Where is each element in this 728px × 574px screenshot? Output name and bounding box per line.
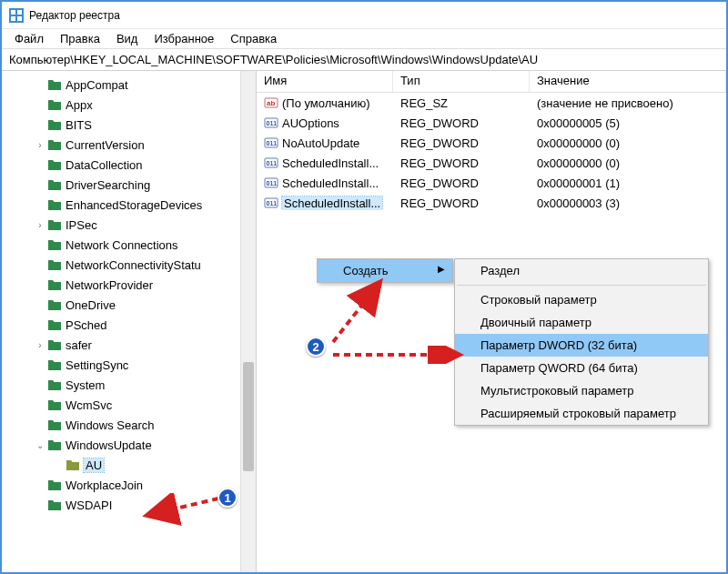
annotation-arrow-2a <box>328 275 400 347</box>
ctx-new-dword[interactable]: Параметр DWORD (32 бита) <box>455 334 708 357</box>
tree-twisty-icon[interactable]: › <box>35 340 46 350</box>
value-data: 0x00000000 (0) <box>530 156 726 170</box>
value-row[interactable]: AUOptionsREG_DWORD0x00000005 (5) <box>257 113 726 133</box>
tree-twisty-icon[interactable]: › <box>35 220 46 230</box>
tree-scrollbar[interactable] <box>240 71 256 572</box>
ctx-new-qword[interactable]: Параметр QWORD (64 бита) <box>455 357 708 379</box>
tree-label: WcmSvc <box>66 398 112 412</box>
value-row[interactable]: NoAutoUpdateREG_DWORD0x00000000 (0) <box>257 133 726 153</box>
menu-bar: Файл Правка Вид Избранное Справка <box>2 29 726 49</box>
folder-icon <box>47 297 62 312</box>
dword-value-icon <box>264 116 278 130</box>
tree-item[interactable]: WcmSvc <box>2 395 256 415</box>
tree-item[interactable]: NetworkProvider <box>2 275 256 295</box>
tree-item[interactable]: System <box>2 375 256 395</box>
tree-label: NetworkConnectivityStatu <box>66 258 201 272</box>
value-name: ScheduledInstall... <box>282 156 379 170</box>
tree-item[interactable]: Network Connections <box>2 235 256 255</box>
tree-item[interactable]: BITS <box>2 115 256 135</box>
folder-icon <box>47 137 62 152</box>
value-row[interactable]: ScheduledInstall...REG_DWORD0x00000001 (… <box>257 173 726 193</box>
value-data: 0x00000005 (5) <box>530 116 726 130</box>
folder-icon <box>47 337 62 352</box>
scroll-thumb[interactable] <box>243 362 254 471</box>
ctx-new-expand[interactable]: Расширяемый строковый параметр <box>455 402 708 425</box>
menu-help[interactable]: Справка <box>223 30 284 47</box>
col-header-value[interactable]: Значение <box>530 71 726 92</box>
registry-tree[interactable]: AppCompatAppxBITS›CurrentVersionDataColl… <box>2 71 256 515</box>
dword-value-icon <box>264 136 278 150</box>
submenu-arrow-icon: ▶ <box>438 264 445 274</box>
tree-label: AppCompat <box>66 78 128 92</box>
tree-item[interactable]: AppCompat <box>2 75 256 95</box>
ctx-new-multi[interactable]: Мультистроковый параметр <box>455 379 708 402</box>
tree-item[interactable]: OneDrive <box>2 295 256 315</box>
window-title: Редактор реестра <box>29 9 120 22</box>
folder-icon <box>47 157 62 172</box>
col-header-type[interactable]: Тип <box>393 71 530 92</box>
tree-item[interactable]: ›IPSec <box>2 215 256 235</box>
tree-item[interactable]: ›safer <box>2 335 256 355</box>
tree-label: CurrentVersion <box>66 138 145 152</box>
folder-icon <box>47 237 62 252</box>
tree-label: WindowsUpdate <box>66 438 152 452</box>
tree-label: safer <box>66 338 92 352</box>
tree-label: Windows Search <box>66 418 155 432</box>
col-header-name[interactable]: Имя <box>257 71 393 92</box>
folder-icon <box>47 378 62 392</box>
tree-item[interactable]: DataCollection <box>2 155 256 175</box>
value-list[interactable]: (По умолчанию)REG_SZ(значение не присвое… <box>257 93 726 213</box>
tree-twisty-icon[interactable]: › <box>35 140 46 150</box>
value-row[interactable]: ScheduledInstall...REG_DWORD0x00000003 (… <box>257 193 726 213</box>
menu-view[interactable]: Вид <box>109 30 146 47</box>
menu-separator <box>457 285 706 286</box>
folder-icon <box>47 398 62 412</box>
folder-icon <box>47 438 62 452</box>
tree-label: Appx <box>66 98 93 112</box>
value-type: REG_DWORD <box>393 156 530 170</box>
value-type: REG_DWORD <box>393 116 530 130</box>
folder-icon <box>47 197 62 212</box>
dword-value-icon <box>264 176 278 190</box>
value-data: 0x00000000 (0) <box>530 136 726 150</box>
ctx-new-key[interactable]: Раздел <box>455 259 708 282</box>
tree-item[interactable]: WorkplaceJoin <box>2 475 256 495</box>
tree-label: DriverSearching <box>66 178 150 192</box>
value-row[interactable]: ScheduledInstall...REG_DWORD0x00000000 (… <box>257 153 726 173</box>
tree-item[interactable]: ›CurrentVersion <box>2 135 256 155</box>
tree-twisty-icon[interactable]: ⌄ <box>35 440 46 450</box>
folder-icon <box>47 498 62 512</box>
tree-label: PSched <box>66 318 107 332</box>
tree-label: NetworkProvider <box>66 278 153 292</box>
folder-icon <box>47 317 62 332</box>
tree-label: DataCollection <box>66 158 143 172</box>
menu-favorites[interactable]: Избранное <box>147 30 221 47</box>
tree-item[interactable]: PSched <box>2 315 256 335</box>
tree-item[interactable]: DriverSearching <box>2 175 256 195</box>
context-submenu-new: Раздел Строковый параметр Двоичный парам… <box>454 258 709 426</box>
tree-item[interactable]: Windows Search <box>2 415 256 435</box>
tree-item[interactable]: ⌄WindowsUpdate <box>2 435 256 455</box>
tree-item[interactable]: NetworkConnectivityStatu <box>2 255 256 275</box>
tree-label: Network Connections <box>66 238 178 252</box>
ctx-new-string[interactable]: Строковый параметр <box>455 288 708 311</box>
tree-label: BITS <box>66 118 92 132</box>
value-name: ScheduledInstall... <box>282 196 382 210</box>
folder-icon <box>47 117 62 132</box>
menu-file[interactable]: Файл <box>7 30 51 47</box>
folder-icon <box>47 257 62 272</box>
value-name: NoAutoUpdate <box>282 136 359 150</box>
value-data: (значение не присвоено) <box>530 96 726 110</box>
tree-item[interactable]: SettingSync <box>2 355 256 375</box>
value-type: REG_SZ <box>393 96 530 110</box>
address-bar[interactable]: Компьютер\HKEY_LOCAL_MACHINE\SOFTWARE\Po… <box>2 49 726 71</box>
value-row[interactable]: (По умолчанию)REG_SZ(значение не присвое… <box>257 93 726 113</box>
tree-item[interactable]: AU <box>2 455 256 475</box>
folder-icon <box>47 97 62 112</box>
folder-icon <box>47 357 62 372</box>
folder-icon <box>47 478 62 492</box>
ctx-new-binary[interactable]: Двоичный параметр <box>455 311 708 334</box>
tree-item[interactable]: Appx <box>2 95 256 115</box>
tree-item[interactable]: EnhancedStorageDevices <box>2 195 256 215</box>
menu-edit[interactable]: Правка <box>53 30 107 47</box>
